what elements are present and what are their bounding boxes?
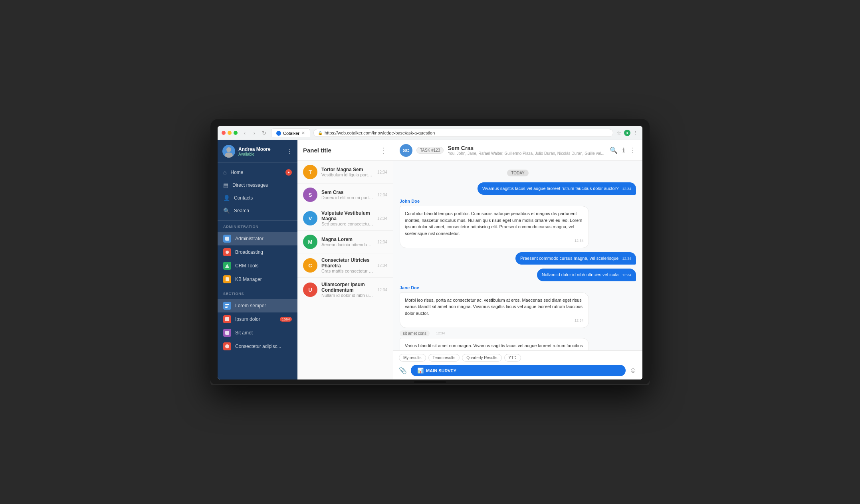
svg-rect-5 <box>226 277 229 281</box>
maximize-btn[interactable] <box>234 131 238 135</box>
panel-item-time: 12:34 <box>377 216 387 221</box>
user-info: Andrea Moore Available <box>238 146 271 156</box>
panel-item-content: Vulputate Vestibulum Magna Sed posuere c… <box>321 210 373 226</box>
tag-team-results[interactable]: Team results <box>428 354 460 362</box>
attach-icon[interactable]: 📎 <box>399 367 407 374</box>
message-bubble: Varius blandit sit amet non magna. Vivam… <box>400 338 589 350</box>
broadcasting-label: Broadcasting <box>235 249 263 255</box>
list-item[interactable]: C Consectetur Ultricies Pharetra Cras ma… <box>297 253 393 278</box>
sidebar: Andrea Moore Available ⋮ ⌂ Home ● ▤ <box>218 140 297 379</box>
svg-rect-10 <box>225 331 229 335</box>
list-item[interactable]: U Ullamcorper Ipsum Condimentum Nullam i… <box>297 278 393 302</box>
ipsum-dolor-badge: 1564 <box>280 317 292 322</box>
home-label: Home <box>230 170 243 175</box>
contacts-label: Contacts <box>234 195 253 201</box>
panel-item-preview: Sed posuere consectetur est at lobortis <box>321 221 373 226</box>
emoji-icon[interactable]: ☺ <box>630 366 637 375</box>
crm-tools-icon <box>223 262 231 270</box>
chat-footer: My results Team results Quarterly Result… <box>393 350 642 379</box>
browser-chrome: ‹ › ↻ Cotalker ✕ 🔒 https://web.cotalker.… <box>218 126 642 140</box>
browser-tab[interactable]: Cotalker ✕ <box>271 128 310 137</box>
outgoing-message-1: Vivamus sagittis lacus vel augue laoreet… <box>400 182 636 195</box>
svg-rect-7 <box>225 306 228 306</box>
sidebar-nav: ⌂ Home ● ▤ Direct messages 👤 Contacts 🔍 <box>218 163 297 221</box>
section-items: Lorem semper Ipsum dolor 1564 Sit amet <box>218 297 297 355</box>
sidebar-item-search[interactable]: 🔍 Search <box>218 204 297 217</box>
minimize-btn[interactable] <box>228 131 232 135</box>
sidebar-item-direct-messages[interactable]: ▤ Direct messages <box>218 179 297 192</box>
panel: Panel title ⋮ T Tortor Magna Sem Vestibu… <box>297 140 393 379</box>
svg-point-0 <box>226 147 231 152</box>
list-item[interactable]: T Tortor Magna Sem Vestibulum id ligula … <box>297 161 393 184</box>
list-item[interactable]: S Sem Cras Donec id elit non mi porta gr… <box>297 184 393 206</box>
panel-item-preview: Cras mattis consectetur purus sit amet <box>321 269 373 273</box>
sidebar-item-sit-amet[interactable]: Sit amet <box>218 326 297 340</box>
direct-messages-icon: ▤ <box>223 182 228 188</box>
tag-quarterly-results[interactable]: Quarterly Results <box>462 354 501 362</box>
search-chat-icon[interactable]: 🔍 <box>610 146 618 154</box>
sidebar-more-icon[interactable]: ⋮ <box>286 148 293 155</box>
kb-manager-label: KB Manager <box>235 277 262 282</box>
message-time: 12:34 <box>622 257 631 261</box>
browser-nav: ‹ › ↻ <box>241 129 268 137</box>
chat-tag-chip: sit amet cons <box>400 330 430 336</box>
address-bar[interactable]: 🔒 https://web.cotalker.com/knowledge-bas… <box>313 129 613 137</box>
panel-item-content: Sem Cras Donec id elit non mi porta grav… <box>321 190 373 200</box>
tag-my-results[interactable]: My results <box>399 354 426 362</box>
panel-item-content: Consectetur Ultricies Pharetra Cras matt… <box>321 257 373 273</box>
forward-btn[interactable]: › <box>250 129 258 137</box>
close-btn[interactable] <box>222 131 226 135</box>
main-survey-button[interactable]: 📊 MAIN SURVEY <box>411 365 626 376</box>
chat-participants: You, John, Jane, Rafael Walter, Guillerm… <box>448 151 606 156</box>
bookmark-icon[interactable]: ☆ <box>616 130 622 136</box>
panel-item-preview: Aenean lacinia bibendum nulla sed <box>321 242 373 247</box>
back-btn[interactable]: ‹ <box>241 129 249 137</box>
panel-more-icon[interactable]: ⋮ <box>380 146 387 155</box>
info-icon[interactable]: ℹ <box>622 146 625 154</box>
message-time: 12:34 <box>405 238 584 244</box>
sidebar-item-administrator[interactable]: Administrator <box>218 232 297 245</box>
search-icon: 🔍 <box>223 208 230 214</box>
list-item[interactable]: M Magna Lorem Aenean lacinia bibendum nu… <box>297 231 393 253</box>
sidebar-item-contacts[interactable]: 👤 Contacts <box>218 192 297 204</box>
panel-item-name: Vulputate Vestibulum Magna <box>321 210 373 221</box>
home-badge: ● <box>285 169 292 176</box>
tag-ytd[interactable]: YTD <box>504 354 521 362</box>
avatar <box>222 145 235 158</box>
sidebar-item-home[interactable]: ⌂ Home ● <box>218 166 297 179</box>
user-status: Available <box>238 152 271 156</box>
sidebar-item-crm-tools[interactable]: CRM Tools <box>218 259 297 273</box>
message-time: 12:34 <box>405 318 584 324</box>
chat-header-actions: 🔍 ℹ ⋮ <box>610 146 636 154</box>
menu-icon[interactable]: ⋮ <box>633 130 638 136</box>
sit-amet-icon <box>223 329 231 337</box>
sidebar-item-kb-manager[interactable]: KB Manager <box>218 273 297 286</box>
sidebar-item-lorem-semper[interactable]: Lorem semper <box>218 299 297 312</box>
refresh-btn[interactable]: ↻ <box>260 129 268 137</box>
date-divider: TODAY <box>400 169 636 176</box>
panel-list: T Tortor Magna Sem Vestibulum id ligula … <box>297 161 393 379</box>
date-label: TODAY <box>507 170 529 176</box>
survey-btn-label: MAIN SURVEY <box>426 368 456 373</box>
traffic-lights <box>222 131 238 135</box>
profile-icon[interactable]: ● <box>624 130 630 136</box>
lorem-semper-label: Lorem semper <box>235 303 266 308</box>
panel-item-content: Ullamcorper Ipsum Condimentum Nullam id … <box>321 282 373 298</box>
list-item[interactable]: V Vulputate Vestibulum Magna Sed posuere… <box>297 206 393 231</box>
avatar: C <box>303 258 317 273</box>
message-bubble: Curabitur blandit tempus porttitor. Cum … <box>400 206 589 248</box>
panel-item-content: Tortor Magna Sem Vestibulum id ligula po… <box>321 167 373 177</box>
sidebar-item-broadcasting[interactable]: Broadcasting <box>218 245 297 259</box>
admin-section-label: ADMINISTRATION <box>218 221 297 230</box>
direct-messages-label: Direct messages <box>232 182 268 188</box>
chat-tags: My results Team results Quarterly Result… <box>399 354 637 365</box>
chat-input-row: 📎 📊 MAIN SURVEY ☺ <box>399 365 637 376</box>
more-options-icon[interactable]: ⋮ <box>630 146 636 154</box>
home-icon: ⌂ <box>223 169 226 176</box>
sidebar-item-ipsum-dolor[interactable]: Ipsum dolor 1564 <box>218 312 297 326</box>
sidebar-item-consectetur[interactable]: Consectetur adipisc... <box>218 340 297 353</box>
chat-messages: TODAY Vivamus sagittis lacus vel augue l… <box>393 161 642 350</box>
kb-manager-icon <box>223 275 231 283</box>
panel-title: Panel title <box>303 147 331 154</box>
avatar: U <box>303 283 317 297</box>
